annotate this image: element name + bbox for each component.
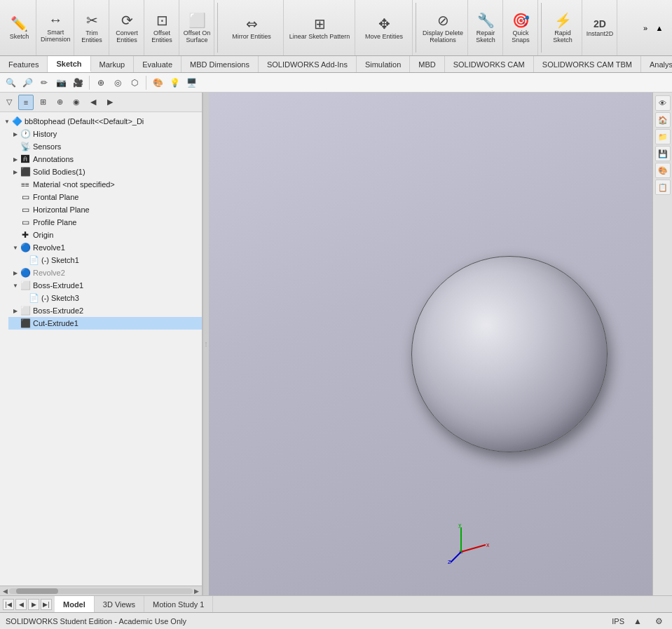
tree-item-revolve1[interactable]: ▼ 🔵 Revolve1 <box>8 241 202 254</box>
sketch-tool-button[interactable]: ✏️ Sketch <box>3 0 36 55</box>
bottom-nav: |◀ ◀ ▶ ▶| <box>0 596 55 612</box>
convert-entities-button[interactable]: ⟳ ConvertEntities <box>111 0 144 55</box>
status-text: SOLIDWORKS Student Edition - Academic Us… <box>6 617 186 625</box>
scroll-track[interactable] <box>9 588 193 594</box>
add-btn[interactable]: ⊕ <box>52 95 67 110</box>
solid-bodies-arrow: ▶ <box>11 168 20 176</box>
status-arrow-btn[interactable]: ▲ <box>630 614 645 629</box>
repair-sketch-button[interactable]: 🔧 RepairSketch <box>469 0 503 55</box>
view-video-btn[interactable]: 🎥 <box>70 75 85 90</box>
tab-features[interactable]: Features <box>0 56 48 72</box>
tree-item-boss-extrude1[interactable]: ▼ ⬜ Boss-Extrude1 <box>8 279 202 292</box>
filter-btn[interactable]: ▽ <box>1 95 17 110</box>
view-camera-btn[interactable]: 📷 <box>53 75 69 90</box>
view-orient-btn[interactable]: ◎ <box>110 75 125 90</box>
tab-markup[interactable]: Markup <box>91 56 135 72</box>
tree-item-profile-plane[interactable]: ▶ ▭ Profile Plane <box>8 216 202 229</box>
nav-first-btn[interactable]: |◀ <box>3 599 14 610</box>
tree-root[interactable]: ▼ 🔷 bb8tophead (Default<<Default>_Di <box>0 115 202 128</box>
origin-label: Origin <box>33 231 199 239</box>
mirror-label: Mirror Entities <box>232 34 271 41</box>
expand-toolbar-button[interactable]: » <box>638 22 652 34</box>
trim-icon: ✂ <box>86 12 98 29</box>
instant2d-button[interactable]: 2D Instant2D <box>584 0 617 55</box>
right-home-btn[interactable]: 🏠 <box>655 112 671 128</box>
tree-item-annotations[interactable]: ▶ 🅰 Annotations <box>8 153 202 165</box>
forward-btn[interactable]: ▶ <box>102 95 118 110</box>
viewport[interactable]: x y z <box>209 93 652 595</box>
scroll-thumb[interactable] <box>16 588 58 594</box>
horizontal-plane-label: Horizontal Plane <box>33 205 199 214</box>
right-color-btn[interactable]: 🎨 <box>655 163 671 178</box>
tree-item-revolve2[interactable]: ▶ 🔵 Revolve2 <box>8 266 202 279</box>
status-settings-btn[interactable]: ⚙ <box>651 614 666 629</box>
tab-mbd-dimensions[interactable]: MBD Dimensions <box>181 56 259 72</box>
horizontal-scrollbar[interactable]: ◀ ▶ <box>0 586 202 595</box>
tab-analysis-prep[interactable]: Analysis Prepar... <box>641 56 672 72</box>
radial-btn[interactable]: ◉ <box>69 95 84 110</box>
rapid-sketch-icon: ⚡ <box>554 12 572 29</box>
view-light-btn[interactable]: 💡 <box>167 75 182 90</box>
tab-solidworks-addins[interactable]: SOLIDWORKS Add-Ins <box>259 56 357 72</box>
status-units: IPS <box>612 617 624 625</box>
quick-snaps-button[interactable]: 🎯 QuickSnaps <box>505 0 538 55</box>
tree-item-history[interactable]: ▶ 🕐 History <box>8 128 202 140</box>
view-edit-btn[interactable]: ✏ <box>36 75 52 90</box>
tree-item-sketch3[interactable]: ▶ 📄 (-) Sketch3 <box>17 292 202 304</box>
tab-solidworks-cam-tbm[interactable]: SOLIDWORKS CAM TBM <box>534 56 641 72</box>
tree-item-solid-bodies[interactable]: ▶ ⬛ Solid Bodies(1) <box>8 165 202 178</box>
nav-prev-btn[interactable]: ◀ <box>15 599 27 610</box>
tree-item-sensors[interactable]: ▶ 📡 Sensors <box>8 140 202 153</box>
right-view-btn[interactable]: 👁 <box>655 95 671 111</box>
tree-item-origin[interactable]: ▶ ✚ Origin <box>8 229 202 241</box>
scroll-left-btn[interactable]: ◀ <box>1 588 9 595</box>
linear-pattern-button[interactable]: ⊞ Linear Sketch Pattern <box>285 0 355 55</box>
tree-item-cut-extrude1[interactable]: ▶ ⬛ Cut-Extrude1 <box>8 317 202 330</box>
right-list-btn[interactable]: 📋 <box>655 180 671 195</box>
bottom-tab-model[interactable]: Model <box>55 596 95 612</box>
view-section-btn[interactable]: ⊕ <box>93 75 109 90</box>
expand-icon: » <box>643 24 647 32</box>
right-save-btn[interactable]: 💾 <box>655 146 671 161</box>
right-panel: 👁 🏠 📁 💾 🎨 📋 <box>652 93 672 595</box>
nav-next-btn[interactable]: ▶ <box>28 599 39 610</box>
panel-divider[interactable]: ⋮ <box>203 93 209 595</box>
scroll-right-btn[interactable]: ▶ <box>193 588 200 595</box>
view-zoom2-btn[interactable]: 🔎 <box>20 75 35 90</box>
svg-line-3 <box>451 552 461 562</box>
bottom-tab-3d-views[interactable]: 3D Views <box>95 596 144 612</box>
view-appearance-btn[interactable]: 🎨 <box>150 75 165 90</box>
view-3d-btn[interactable]: ⬡ <box>127 75 142 90</box>
boss-extrude2-icon: ⬜ <box>20 305 31 316</box>
grid-view-btn[interactable]: ⊞ <box>35 95 50 110</box>
bottom-tab-motion-study-1[interactable]: Motion Study 1 <box>144 596 213 612</box>
nav-last-btn[interactable]: ▶| <box>41 599 52 610</box>
tab-evaluate[interactable]: Evaluate <box>134 56 181 72</box>
tree-item-material[interactable]: ▶ ≡≡ Material <not specified> <box>8 178 202 191</box>
offset-surface-button[interactable]: ⬜ Offset OnSurface <box>181 0 214 55</box>
rapid-sketch-button[interactable]: ⚡ RapidSketch <box>544 0 582 55</box>
revolve1-icon: 🔵 <box>20 242 31 253</box>
offset-entities-button[interactable]: ⊡ OffsetEntities <box>146 0 179 55</box>
quick-snaps-label: QuickSnaps <box>512 30 530 44</box>
bottom-tabs: |◀ ◀ ▶ ▶| Model 3D Views Motion Study 1 <box>0 595 672 612</box>
tree-item-sketch1[interactable]: ▶ 📄 (-) Sketch1 <box>17 254 202 266</box>
tab-solidworks-cam[interactable]: SOLIDWORKS CAM <box>445 56 534 72</box>
tree-item-horizontal-plane[interactable]: ▶ ▭ Horizontal Plane <box>8 203 202 216</box>
tree-item-boss-extrude2[interactable]: ▶ ⬜ Boss-Extrude2 <box>8 304 202 317</box>
collapse-toolbar-button[interactable]: ▲ <box>652 22 666 34</box>
mirror-entities-button[interactable]: ⇔ Mirror Entities <box>221 0 284 55</box>
tab-simulation[interactable]: Simulation <box>357 56 410 72</box>
back-btn[interactable]: ◀ <box>85 95 101 110</box>
trim-entities-button[interactable]: ✂ TrimEntities <box>76 0 109 55</box>
list-view-btn[interactable]: ≡ <box>18 95 34 110</box>
tab-sketch[interactable]: Sketch <box>48 56 90 72</box>
tree-item-frontal-plane[interactable]: ▶ ▭ Frontal Plane <box>8 191 202 203</box>
display-delete-relations-button[interactable]: ⊘ Display DeleteRelations <box>419 0 468 55</box>
right-folder-btn[interactable]: 📁 <box>655 129 671 144</box>
view-zoom-btn[interactable]: 🔍 <box>3 75 18 90</box>
move-entities-button[interactable]: ✥ Move Entities <box>357 0 413 55</box>
smart-dimension-button[interactable]: ↔ SmartDimension <box>38 0 74 55</box>
view-display-btn[interactable]: 🖥️ <box>184 75 199 90</box>
tab-mbd[interactable]: MBD <box>410 56 444 72</box>
